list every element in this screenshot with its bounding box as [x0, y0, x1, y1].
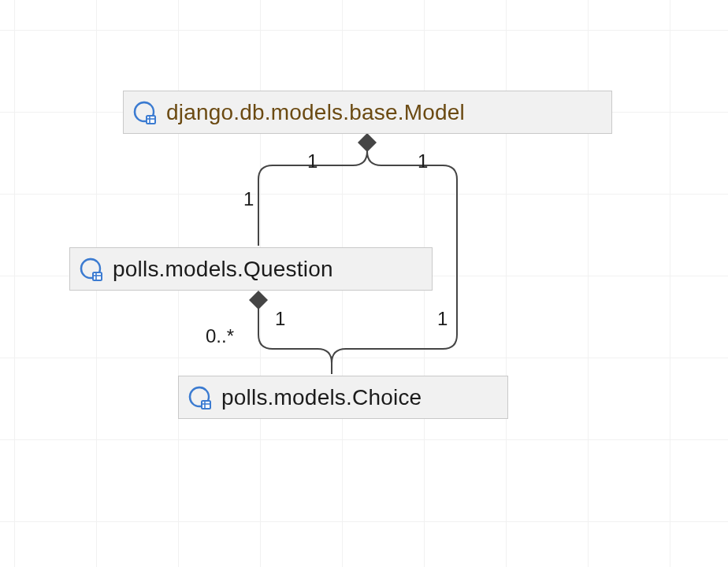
class-label: django.db.models.base.Model: [166, 100, 465, 125]
multiplicity-label: 1: [243, 188, 254, 210]
svg-rect-1: [147, 116, 155, 124]
svg-rect-9: [202, 401, 210, 409]
class-node-model[interactable]: django.db.models.base.Model: [123, 91, 612, 134]
multiplicity-label: 1: [275, 308, 285, 330]
composition-diamond-question: [249, 291, 268, 309]
connector-question-to-choice: [258, 309, 332, 374]
multiplicity-label: 0..*: [206, 325, 234, 347]
class-icon: [188, 386, 212, 410]
class-node-question[interactable]: polls.models.Question: [69, 247, 433, 291]
diagram-canvas[interactable]: django.db.models.base.Model polls.models…: [0, 0, 728, 567]
composition-diamond-model: [358, 133, 377, 152]
class-label: polls.models.Question: [113, 257, 333, 282]
class-icon: [80, 258, 103, 281]
multiplicity-label: 1: [307, 150, 318, 172]
multiplicity-label: 1: [418, 150, 428, 172]
multiplicity-label: 1: [437, 308, 448, 330]
class-label: polls.models.Choice: [221, 385, 422, 410]
svg-rect-5: [93, 272, 102, 280]
class-node-choice[interactable]: polls.models.Choice: [178, 376, 508, 419]
class-icon: [133, 101, 157, 124]
